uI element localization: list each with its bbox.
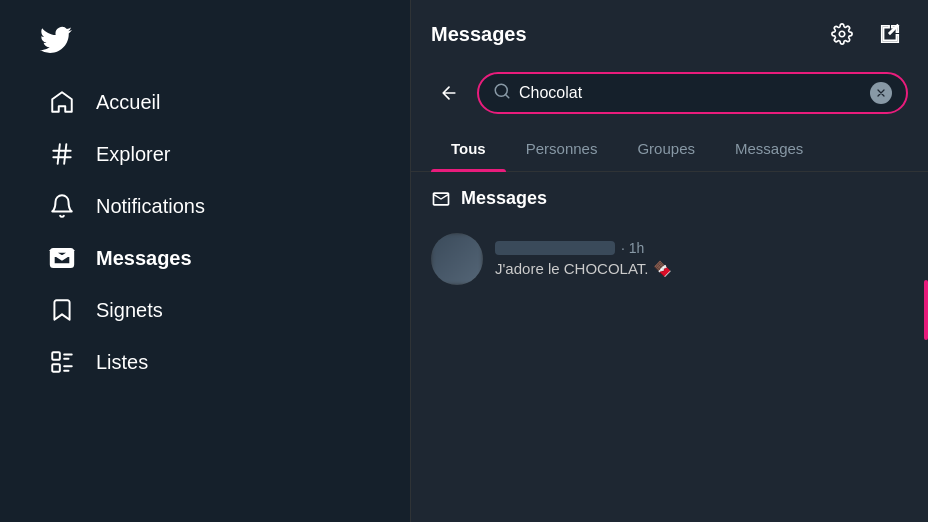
tab-messages[interactable]: Messages <box>715 126 823 171</box>
sidebar-item-accueil[interactable]: Accueil <box>32 76 378 128</box>
scroll-indicator <box>924 280 928 340</box>
settings-button[interactable] <box>824 16 860 52</box>
mail-section-icon <box>431 189 451 209</box>
sidebar: AccueilExplorerNotificationsMessagesSign… <box>0 0 410 522</box>
mail-icon <box>48 244 76 272</box>
back-button[interactable] <box>431 75 467 111</box>
avatar <box>431 233 483 285</box>
message-list-item[interactable]: · 1h J'adore le CHOCOLAT. 🍫 <box>431 221 908 297</box>
sidebar-item-label-signets: Signets <box>96 299 163 322</box>
search-icon <box>493 82 511 104</box>
back-arrow-icon <box>439 83 459 103</box>
sidebar-item-notifications[interactable]: Notifications <box>32 180 378 232</box>
list-icon <box>48 348 76 376</box>
svg-rect-0 <box>52 352 60 360</box>
sidebar-item-signets[interactable]: Signets <box>32 284 378 336</box>
tab-tous[interactable]: Tous <box>431 126 506 171</box>
header-icons <box>824 16 908 52</box>
sidebar-item-label-messages: Messages <box>96 247 192 270</box>
panel-header: Messages <box>411 0 928 64</box>
sidebar-item-explorer[interactable]: Explorer <box>32 128 378 180</box>
section-title: Messages <box>461 188 547 209</box>
tab-personnes[interactable]: Personnes <box>506 126 618 171</box>
sidebar-item-label-accueil: Accueil <box>96 91 160 114</box>
search-input-wrapper[interactable] <box>477 72 908 114</box>
twitter-logo[interactable] <box>32 16 80 64</box>
search-bar-row <box>411 64 928 126</box>
home-icon <box>48 88 76 116</box>
search-input[interactable] <box>519 84 862 102</box>
hash-icon <box>48 140 76 168</box>
sidebar-item-listes[interactable]: Listes <box>32 336 378 388</box>
panel-title: Messages <box>431 23 527 46</box>
clear-search-button[interactable] <box>870 82 892 104</box>
svg-rect-1 <box>52 364 60 372</box>
message-time: · 1h <box>621 240 644 256</box>
bell-icon <box>48 192 76 220</box>
compose-button[interactable] <box>872 16 908 52</box>
sidebar-item-messages[interactable]: Messages <box>32 232 378 284</box>
avatar-image <box>431 233 483 285</box>
messages-section: Messages · 1h J'adore le CHOCOLAT. 🍫 <box>411 172 928 305</box>
message-content: · 1h J'adore le CHOCOLAT. 🍫 <box>495 240 908 278</box>
message-preview: J'adore le CHOCOLAT. 🍫 <box>495 260 908 278</box>
filter-tabs: TousPersonnesGroupesMessages <box>411 126 928 172</box>
message-meta: · 1h <box>495 240 908 256</box>
tab-groupes[interactable]: Groupes <box>617 126 715 171</box>
gear-icon <box>831 23 853 45</box>
sidebar-item-label-notifications: Notifications <box>96 195 205 218</box>
section-header: Messages <box>431 188 908 209</box>
main-panel: Messages <box>410 0 928 522</box>
bookmark-icon <box>48 296 76 324</box>
message-sender <box>495 241 615 255</box>
svg-point-2 <box>839 31 845 37</box>
compose-icon <box>879 23 901 45</box>
close-icon <box>875 87 887 99</box>
sidebar-item-label-explorer: Explorer <box>96 143 170 166</box>
sidebar-item-label-listes: Listes <box>96 351 148 374</box>
